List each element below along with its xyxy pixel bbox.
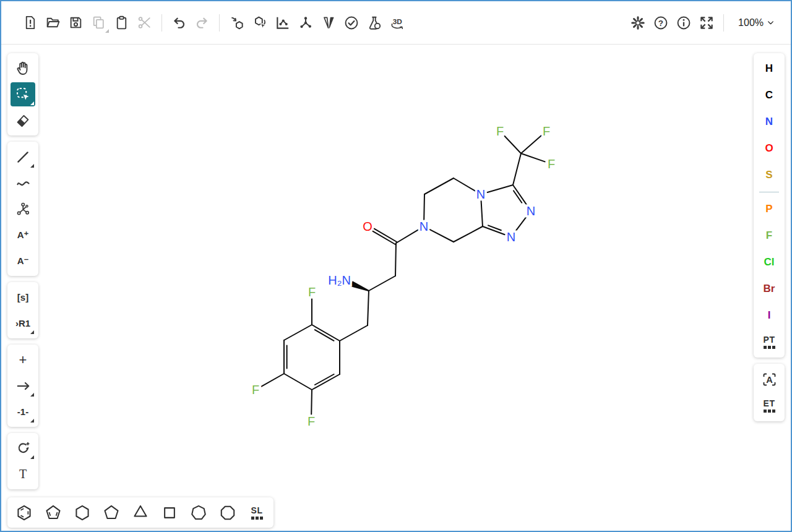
redo-button[interactable] <box>191 11 213 34</box>
single-bond-tool-button[interactable] <box>11 145 35 169</box>
atom-label-F[interactable]: F <box>543 124 550 138</box>
reaction-plus-tool-button[interactable]: + <box>11 348 35 372</box>
bond[interactable] <box>513 153 521 185</box>
element-Br-button[interactable]: Br <box>757 277 781 301</box>
benzene-template-button[interactable] <box>11 500 38 525</box>
element-H-button[interactable]: H <box>757 56 781 81</box>
cyclobutane-template-button[interactable] <box>156 500 183 525</box>
copy-button[interactable] <box>87 11 110 34</box>
calculated-values-button[interactable] <box>363 11 385 34</box>
cyclopropane-template-button[interactable] <box>127 500 154 525</box>
atom-label-F[interactable]: F <box>308 414 315 428</box>
atom-label-N[interactable]: N <box>507 230 515 244</box>
paste-button[interactable] <box>110 11 133 34</box>
r-group-tool-button[interactable]: ›R1 <box>11 311 35 335</box>
bond[interactable] <box>340 325 368 341</box>
bond[interactable] <box>369 276 395 291</box>
element-C-button[interactable]: C <box>757 83 781 108</box>
bond[interactable] <box>481 201 483 226</box>
extended-table-button[interactable]: ET <box>757 393 781 418</box>
bond[interactable] <box>396 230 418 243</box>
element-I-button[interactable]: I <box>757 303 781 328</box>
cyclopentadiene-template-button[interactable] <box>40 500 67 525</box>
layout-button[interactable] <box>271 11 294 34</box>
aromatize-button[interactable] <box>225 11 248 34</box>
stereochemistry-tool-button[interactable] <box>11 197 35 221</box>
bond[interactable] <box>430 230 454 242</box>
atom-label-F[interactable]: F <box>308 285 316 299</box>
erase-tool-button[interactable] <box>11 108 35 132</box>
bond[interactable] <box>312 374 340 390</box>
bond[interactable] <box>488 185 513 192</box>
calculate-cip-button[interactable] <box>317 11 340 34</box>
bond[interactable] <box>395 243 396 276</box>
element-O-button[interactable]: O <box>757 136 781 161</box>
atom-label-F[interactable]: F <box>496 124 504 138</box>
charge-plus-tool-button[interactable]: A⁺ <box>11 223 35 247</box>
structure-library-template-button[interactable]: SL <box>243 500 270 525</box>
atom-label-N[interactable]: H₂N <box>328 273 351 287</box>
hand-tool-button[interactable] <box>11 56 35 80</box>
bond[interactable] <box>372 231 395 244</box>
bond[interactable] <box>312 325 340 341</box>
clear-canvas-button[interactable] <box>19 11 41 34</box>
settings-button[interactable] <box>626 11 649 34</box>
wedge-bond[interactable] <box>350 281 369 291</box>
atom-label-N[interactable]: N <box>420 220 428 233</box>
element-P-button[interactable]: P <box>757 197 781 221</box>
save-button[interactable] <box>64 11 87 34</box>
element-F-button[interactable]: F <box>757 223 781 248</box>
any-atom-button[interactable]: A <box>757 367 781 392</box>
cyclooctane-template-button[interactable] <box>214 500 241 525</box>
bond[interactable] <box>284 325 312 340</box>
molecule-sitagliptin[interactable]: FFFNNNNOH₂NFFF <box>1 45 792 532</box>
periodic-table-button[interactable]: PT <box>757 330 781 354</box>
charge-minus-tool-button[interactable]: A⁻ <box>11 249 35 273</box>
element-N-button[interactable]: N <box>757 109 781 134</box>
reaction-arrow-tool-button[interactable] <box>11 374 35 398</box>
cyclohexane-template-button[interactable] <box>69 500 96 525</box>
cycloheptane-template-button[interactable] <box>185 500 212 525</box>
bond[interactable] <box>424 194 424 220</box>
reaction-mapping-tool-button[interactable]: -1- <box>11 400 35 424</box>
bond[interactable] <box>515 217 527 232</box>
selection-tool-button[interactable] <box>11 82 35 106</box>
fullscreen-button[interactable] <box>695 11 718 34</box>
dearomatize-button[interactable] <box>248 11 271 34</box>
cut-button[interactable] <box>133 11 156 34</box>
atom-label-N[interactable]: N <box>476 187 485 201</box>
element-Cl-button[interactable]: Cl <box>757 250 781 275</box>
bond[interactable] <box>505 136 521 153</box>
s-group-tool-button[interactable]: [s] <box>11 285 35 309</box>
bond[interactable] <box>374 229 397 242</box>
atom-label-F[interactable]: F <box>252 383 259 397</box>
bond[interactable] <box>513 185 527 205</box>
bond[interactable] <box>454 226 483 242</box>
open-button[interactable] <box>41 11 64 34</box>
bond[interactable] <box>424 178 454 194</box>
clean-up-button[interactable] <box>294 11 317 34</box>
element-S-button[interactable]: S <box>757 163 781 187</box>
bond[interactable] <box>521 153 545 161</box>
zoom-control[interactable]: 100% <box>737 15 776 31</box>
atom-label-N[interactable]: N <box>527 204 535 218</box>
atom-label-O[interactable]: O <box>363 220 372 233</box>
bond[interactable] <box>284 374 312 390</box>
bond[interactable] <box>521 135 541 153</box>
undo-button[interactable] <box>168 11 191 34</box>
cyclopentane-template-button[interactable] <box>98 500 125 525</box>
chain-tool-button[interactable] <box>11 171 35 195</box>
about-button[interactable] <box>672 11 695 34</box>
bond[interactable] <box>368 291 369 325</box>
check-structure-button[interactable] <box>340 11 363 34</box>
text-tool-button[interactable]: T <box>11 462 35 486</box>
canvas[interactable]: FFFNNNNOH₂NFFF <box>1 45 792 532</box>
help-button[interactable]: ? <box>649 11 672 34</box>
3d-viewer-button[interactable]: 3D <box>385 11 408 34</box>
bond[interactable] <box>262 374 284 387</box>
arc-arrow-tool-icon <box>15 440 32 457</box>
bond[interactable] <box>454 178 475 191</box>
bond[interactable] <box>311 390 312 414</box>
arc-arrow-tool-button[interactable] <box>11 436 35 460</box>
atom-label-F[interactable]: F <box>548 157 555 171</box>
